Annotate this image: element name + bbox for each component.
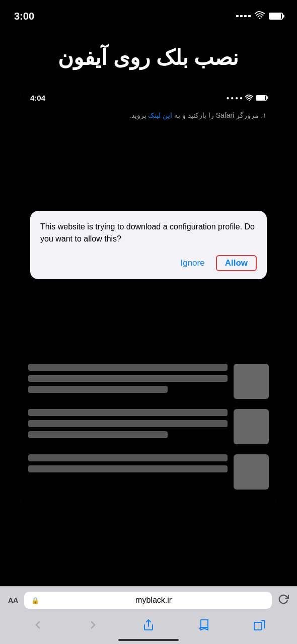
signal-dots-icon [236,15,251,17]
aa-button[interactable]: AA [8,596,18,604]
skeleton-line [28,420,228,427]
url-text: myblack.ir [42,596,265,605]
inner-signal-icon: ● ● ● ● [227,95,243,101]
skeleton-line [28,386,168,393]
home-indicator [118,639,179,641]
forward-button[interactable] [87,619,99,634]
allow-button[interactable]: Allow [216,255,257,271]
svg-rect-3 [254,622,262,630]
skeleton-thumb-2 [234,409,269,444]
skeleton-thumb-3 [234,454,269,490]
skeleton-row-1 [28,364,269,399]
inner-status-icons: ● ● ● ● [227,95,267,101]
instruction-text-after: بروید. [129,111,148,119]
skeleton-row-3 [28,454,269,490]
skeleton-content [20,356,277,508]
inner-status-bar: 4:04 ● ● ● ● [20,85,277,105]
instruction-text: ۱. مرورگر Safari را بازکنید و به این لین… [20,105,277,124]
skeleton-row-2 [28,409,269,444]
skeleton-lines-3 [28,454,228,472]
alert-message: This website is trying to download a con… [40,221,257,245]
skeleton-line [28,431,168,438]
lock-icon: 🔒 [31,597,39,604]
address-bar[interactable]: 🔒 myblack.ir [24,592,272,609]
skeleton-line [28,375,228,382]
alert-buttons: Ignore Allow [40,255,257,271]
inner-status-time: 4:04 [30,94,45,102]
skeleton-line [28,454,228,461]
battery-icon [269,13,283,20]
alert-dialog: This website is trying to download a con… [30,211,267,279]
skeleton-thumb-1 [234,364,269,399]
wifi-icon [255,11,265,22]
safari-browser-bar: AA 🔒 myblack.ir [0,586,297,644]
instruction-text-before: ۱. مرورگر Safari را بازکنید و به [172,111,267,119]
bookmarks-button[interactable] [198,619,210,634]
instruction-link[interactable]: این لینک [148,111,172,119]
phone-screen: 4:04 ● ● ● ● ۱. مرورگر Safari را بازکنید… [20,85,277,508]
skeleton-line [28,409,228,416]
svg-point-1 [249,100,250,101]
ignore-button[interactable]: Ignore [174,256,210,270]
skeleton-lines-1 [28,364,228,393]
svg-point-0 [259,18,261,19]
skeleton-line [28,364,228,371]
inner-wifi-icon [245,95,253,101]
address-bar-row: AA 🔒 myblack.ir [0,587,297,614]
phone-mockup: 4:04 ● ● ● ● ۱. مرورگر Safari را بازکنید… [20,85,277,508]
skeleton-lines-2 [28,409,228,438]
reload-button[interactable] [278,594,289,607]
status-time: 3:00 [14,11,34,22]
page-title: نصب بلک روی آیفون [0,45,297,70]
share-button[interactable] [142,619,155,634]
tabs-button[interactable] [253,619,265,634]
status-icons [236,11,283,22]
back-button[interactable] [32,619,44,634]
inner-battery-icon [256,95,267,101]
skeleton-line [28,465,228,472]
status-bar: 3:00 [0,0,297,25]
